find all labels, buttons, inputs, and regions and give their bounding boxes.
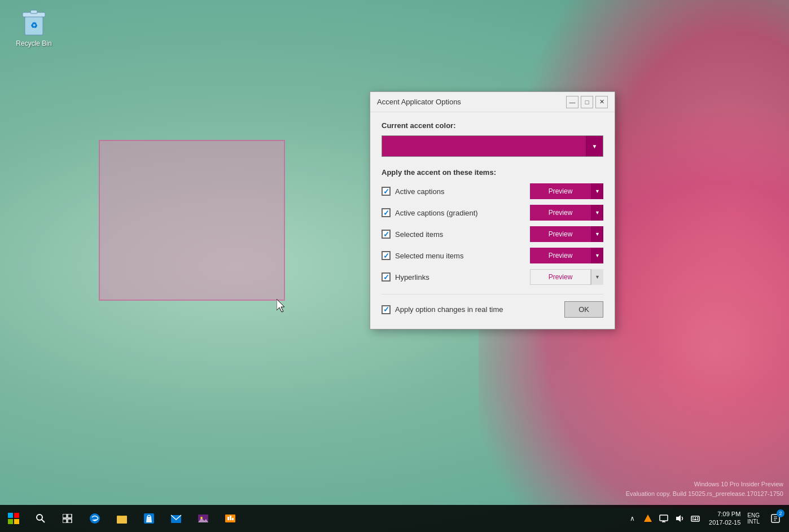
hyperlinks-checkbox[interactable] <box>382 272 391 282</box>
clock-time: 7:09 PM <box>717 510 740 518</box>
selected-items-checkbox[interactable] <box>382 230 391 239</box>
dialog-title: Accent Applicator Options <box>377 98 461 106</box>
speaker-icon[interactable] <box>673 505 686 532</box>
selected-items-preview-arrow-icon[interactable]: ▼ <box>591 226 603 242</box>
accent-color-dropdown[interactable]: ▼ <box>382 135 603 157</box>
svg-rect-32 <box>692 517 694 518</box>
svg-rect-34 <box>697 517 698 518</box>
active-captions-checkbox[interactable] <box>382 187 391 196</box>
watermark: Windows 10 Pro Insider Preview Evaluatio… <box>626 480 783 499</box>
titlebar-buttons: — □ ✕ <box>566 96 608 108</box>
svg-rect-7 <box>8 519 13 524</box>
selected-items-label[interactable]: Selected items <box>382 230 443 239</box>
dialog-content: Current accent color: ▼ Apply the accent… <box>370 112 615 329</box>
selected-items-preview-btn[interactable]: Preview <box>530 226 591 242</box>
monitor-icon[interactable] <box>657 505 670 532</box>
svg-rect-24 <box>230 516 231 520</box>
language-eng: ENG <box>747 512 760 518</box>
recycle-bin-icon[interactable]: ♻ Recycle Bin <box>11 6 56 47</box>
svg-rect-25 <box>232 518 234 520</box>
svg-rect-8 <box>14 519 19 524</box>
photos-taskbar-icon[interactable] <box>190 505 217 532</box>
svg-marker-30 <box>676 515 681 522</box>
ok-button[interactable]: OK <box>564 301 603 318</box>
active-captions-gradient-preview-dropdown[interactable]: Preview ▼ <box>530 205 603 221</box>
active-captions-row: Active captions Preview ▼ <box>382 183 603 199</box>
watermark-line1: Windows 10 Pro Insider Preview <box>626 480 783 490</box>
notification-badge: 2 <box>777 509 784 517</box>
store-taskbar-icon[interactable] <box>135 505 163 532</box>
selected-menu-items-row: Selected menu items Preview ▼ <box>382 248 603 263</box>
color-swatch <box>382 136 586 156</box>
recycle-bin-label: Recycle Bin <box>16 39 51 47</box>
svg-rect-11 <box>63 514 67 518</box>
selected-menu-items-preview-arrow-icon[interactable]: ▼ <box>591 248 603 263</box>
svg-rect-14 <box>68 519 72 523</box>
language-indicator[interactable]: ENG INTL <box>747 512 762 525</box>
current-accent-label: Current accent color: <box>382 121 603 130</box>
svg-rect-2 <box>30 10 37 14</box>
taskbar-clock[interactable]: 7:09 PM 2017-02-15 <box>704 510 745 527</box>
close-button[interactable]: ✕ <box>595 96 608 108</box>
notification-button[interactable]: 2 <box>764 505 787 532</box>
tray-chevron-icon[interactable]: ∧ <box>625 505 639 532</box>
orange-taskbar-icon[interactable] <box>217 505 244 532</box>
svg-rect-6 <box>14 513 19 518</box>
color-dropdown-arrow-icon: ▼ <box>586 136 603 156</box>
edge-taskbar-icon[interactable] <box>81 505 108 532</box>
apply-realtime-label[interactable]: Apply option changes in real time <box>382 305 503 314</box>
svg-rect-35 <box>692 519 694 520</box>
svg-line-10 <box>42 520 45 522</box>
apply-realtime-checkbox[interactable] <box>382 305 391 314</box>
selected-menu-items-label[interactable]: Selected menu items <box>382 251 463 260</box>
start-button[interactable] <box>0 505 27 532</box>
selected-menu-items-preview-btn[interactable]: Preview <box>530 248 591 263</box>
svg-rect-23 <box>227 517 229 520</box>
dialog-bottom: Apply option changes in real time OK <box>382 294 603 318</box>
active-captions-label[interactable]: Active captions <box>382 187 444 196</box>
tray-orange-icon[interactable] <box>641 505 655 532</box>
apply-section-label: Apply the accent on these items: <box>382 168 603 177</box>
svg-rect-31 <box>691 516 699 521</box>
active-captions-gradient-label[interactable]: Active captions (gradient) <box>382 208 478 217</box>
mail-taskbar-icon[interactable] <box>163 505 190 532</box>
active-captions-gradient-preview-arrow-icon[interactable]: ▼ <box>591 205 603 221</box>
active-captions-gradient-preview-btn[interactable]: Preview <box>530 205 591 221</box>
svg-text:♻: ♻ <box>30 21 38 30</box>
selected-menu-items-checkbox[interactable] <box>382 251 391 260</box>
svg-marker-26 <box>644 515 652 522</box>
taskbar-search-button[interactable] <box>27 505 54 532</box>
recycle-bin-graphic: ♻ <box>20 6 47 37</box>
hyperlinks-label[interactable]: Hyperlinks <box>382 272 429 282</box>
active-captions-preview-arrow-icon[interactable]: ▼ <box>591 183 603 199</box>
system-tray: ∧ <box>625 505 789 532</box>
keyboard-icon[interactable] <box>689 505 702 532</box>
minimize-button[interactable]: — <box>566 96 578 108</box>
active-captions-gradient-checkbox[interactable] <box>382 208 391 217</box>
maximize-button[interactable]: □ <box>581 96 593 108</box>
svg-rect-13 <box>63 519 67 523</box>
active-captions-preview-btn[interactable]: Preview <box>530 183 591 199</box>
hyperlinks-preview-arrow-icon[interactable]: ▼ <box>591 269 603 285</box>
taskbar-taskview-button[interactable] <box>54 505 81 532</box>
svg-rect-16 <box>117 516 127 524</box>
watermark-line2: Evaluation copy. Build 15025.rs_prerelea… <box>626 489 783 499</box>
selected-menu-items-preview-dropdown[interactable]: Preview ▼ <box>530 248 603 263</box>
svg-rect-27 <box>660 515 668 521</box>
selected-items-preview-dropdown[interactable]: Preview ▼ <box>530 226 603 242</box>
explorer-taskbar-icon[interactable] <box>108 505 135 532</box>
svg-rect-5 <box>8 513 13 518</box>
active-captions-gradient-row: Active captions (gradient) Preview ▼ <box>382 205 603 221</box>
svg-rect-36 <box>694 519 696 520</box>
hyperlinks-row: Hyperlinks Preview ▼ <box>382 269 603 285</box>
dialog-titlebar: Accent Applicator Options — □ ✕ <box>370 92 615 112</box>
clock-date: 2017-02-15 <box>709 518 740 527</box>
active-captions-preview-dropdown[interactable]: Preview ▼ <box>530 183 603 199</box>
hyperlinks-preview-dropdown[interactable]: Preview ▼ <box>530 269 603 285</box>
svg-point-9 <box>37 515 42 520</box>
hyperlinks-preview-btn[interactable]: Preview <box>530 269 591 285</box>
svg-rect-12 <box>68 514 72 518</box>
language-intl: INTL <box>747 518 760 525</box>
svg-rect-37 <box>697 519 698 520</box>
selected-items-row: Selected items Preview ▼ <box>382 226 603 242</box>
